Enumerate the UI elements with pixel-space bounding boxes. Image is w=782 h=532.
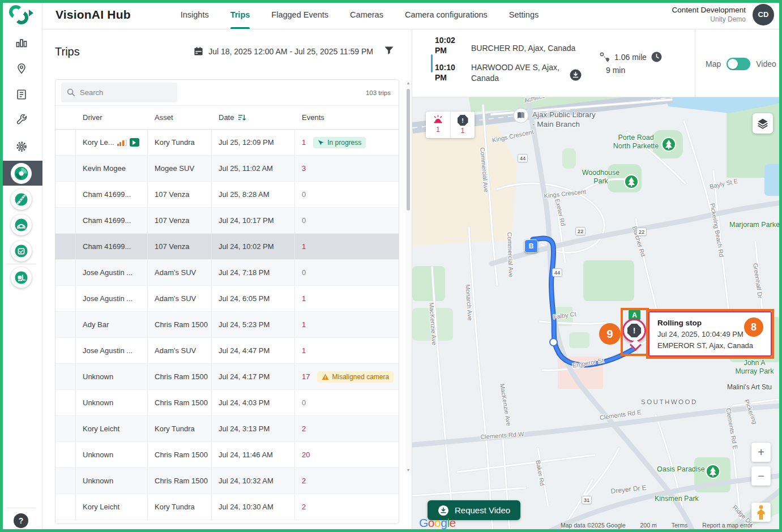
tab-camera-configurations[interactable]: Camera configurations	[405, 0, 488, 29]
table-header: DriverAssetDateEvents	[55, 105, 399, 130]
siren-counter[interactable]: 1	[426, 111, 450, 138]
scroll-thumb[interactable]	[407, 89, 410, 211]
row-spacer-cell	[55, 156, 76, 181]
events-cell: 0	[295, 390, 399, 415]
table-row[interactable]: Kory Le...Kory TundraJul 25, 12:09 PM1In…	[55, 130, 399, 156]
events-cell: 1	[295, 286, 399, 311]
column-header-driver[interactable]: Driver	[76, 106, 148, 129]
table-row[interactable]: Ady BarChris Ram 1500Jul 24, 5:23 PM1	[55, 312, 399, 338]
tab-settings[interactable]: Settings	[509, 0, 539, 29]
trips-card: 103 trips DriverAssetDateEvents Kory Le.…	[55, 79, 399, 524]
zoom-in-button[interactable]: +	[751, 443, 771, 462]
event-counter-chip[interactable]: 1 ! 1	[426, 111, 475, 138]
events-cell: 20	[295, 442, 399, 467]
search-strip: 103 trips	[55, 80, 399, 105]
row-spacer-cell	[55, 494, 76, 520]
table-row[interactable]: UnknownChris Ram 1500Jul 24, 4:17 PM17Mi…	[55, 364, 399, 390]
sidebar-item-bar-chart[interactable]	[15, 36, 28, 49]
column-label: Date	[219, 113, 234, 122]
table-row[interactable]: Cham 41699...107 VenzaJul 24, 10:17 PM0	[55, 208, 399, 234]
sidebar-app-tolls[interactable]	[11, 214, 32, 235]
table-row[interactable]: Kory LeichtKory TundraJul 24, 10:30 AM2	[55, 494, 399, 520]
search-icon	[67, 88, 75, 97]
table-row[interactable]: Jose Agustin ...Adam's SUVJul 24, 4:47 P…	[55, 338, 399, 364]
search-box[interactable]	[61, 83, 177, 102]
asset-cell: Chris Ram 1500	[148, 468, 212, 494]
siren-icon	[433, 115, 443, 125]
table-row[interactable]: Kory LeichtKory TundraJul 24, 3:13 PM2	[55, 416, 399, 442]
sidebar-item-wrench[interactable]	[15, 114, 28, 127]
sidebar-app-roads[interactable]	[11, 189, 32, 210]
event-popup-address: EMPEROR ST, Ajax, Canada	[657, 340, 763, 351]
alert-counter[interactable]: ! 1	[450, 111, 475, 138]
table-row[interactable]: UnknownChris Ram 1500Jul 24, 10:32 AM2	[55, 468, 399, 494]
asset-cell: 107 Venza	[148, 234, 212, 259]
map-layers-button[interactable]	[753, 113, 773, 134]
top-header: VisionAI Hub InsightsTripsFlagged Events…	[42, 0, 782, 29]
tree-poi-icon	[661, 137, 676, 154]
trip-end-time: 10:10 PM	[435, 62, 464, 83]
column-label: Events	[302, 113, 324, 122]
row-spacer-cell	[55, 364, 76, 389]
table-row[interactable]: Jose Agustin ...Adam's SUVJul 24, 6:05 P…	[55, 286, 399, 312]
tab-trips[interactable]: Trips	[230, 0, 250, 29]
trip-duration: 9 min	[606, 66, 625, 75]
asset-cell: Mogee SUV	[148, 156, 212, 181]
driver-name: Cham 41699...	[83, 242, 131, 251]
scroll-down-icon[interactable]: ▼	[405, 468, 411, 472]
column-header-asset[interactable]: Asset	[148, 106, 212, 129]
tab-cameras[interactable]: Cameras	[350, 0, 383, 29]
row-spacer-cell	[55, 416, 76, 441]
download-trip-icon[interactable]	[570, 69, 582, 83]
table-row[interactable]: Cham 41699...107 VenzaJul 25, 8:28 AM0	[55, 182, 399, 208]
sidebar-app-visionai-active[interactable]	[0, 161, 42, 186]
date-range-picker[interactable]: Jul 18, 2025 12:00 AM - Jul 25, 2025 11:…	[194, 46, 373, 56]
column-header-events[interactable]: Events	[295, 106, 399, 129]
terms-link[interactable]: Terms	[672, 522, 688, 529]
map-video-toggle[interactable]	[727, 58, 750, 70]
date-cell: Jul 24, 10:32 AM	[212, 468, 295, 494]
report-error-link[interactable]: Report a map error	[702, 522, 753, 529]
sidebar-item-document[interactable]	[15, 88, 28, 101]
alert-count: 1	[461, 127, 465, 135]
sidebar-item-gear[interactable]	[15, 140, 28, 153]
tab-insights[interactable]: Insights	[181, 0, 209, 29]
sort-desc-icon[interactable]	[238, 114, 246, 122]
app-logo-icon[interactable]	[7, 3, 30, 26]
scroll-up-icon[interactable]: ▲	[405, 81, 411, 85]
trip-start-address: BURCHER RD, Ajax, Canada	[471, 43, 584, 54]
sidebar-item-map-pin[interactable]	[15, 62, 28, 75]
driver-name: Jose Agustin ...	[83, 294, 133, 303]
filter-icon[interactable]	[384, 46, 394, 57]
events-cell: 2	[295, 416, 399, 441]
table-row[interactable]: Kevin MogeeMogee SUVJul 25, 11:02 AM3	[55, 156, 399, 182]
table-row[interactable]: Jose Agustin ...Adam's SUVJul 24, 7:18 P…	[55, 260, 399, 286]
annotation-badge-8: 8	[744, 318, 763, 337]
pegman-button[interactable]	[751, 503, 771, 522]
sidebar-app-packages[interactable]	[11, 241, 32, 261]
events-count: 2	[302, 503, 306, 511]
avatar[interactable]: CD	[753, 4, 774, 25]
zoom-out-button[interactable]: −	[751, 466, 771, 486]
live-play-icon[interactable]	[130, 138, 139, 147]
help-icon[interactable]: ?	[14, 513, 28, 528]
tab-flagged-events[interactable]: Flagged Events	[271, 0, 328, 29]
search-input[interactable]	[80, 88, 170, 97]
alert-octagon-icon: !	[458, 115, 468, 126]
events-cell: 17Misaligned camera	[295, 364, 399, 389]
sidebar-app-forklift[interactable]	[11, 267, 32, 288]
table-row[interactable]: Cham 41699...107 VenzaJul 24, 10:02 PM1	[55, 234, 399, 260]
sidebar-expand-icon[interactable]	[29, 10, 33, 16]
map[interactable]: AchillesAjax Public Library- Main Branch…	[412, 97, 782, 532]
driver-cell: Kory Le...	[76, 130, 148, 155]
trip-end-marker-b[interactable]: B	[524, 239, 538, 253]
table-scrollbar[interactable]: ▲ ▼	[405, 80, 411, 473]
toggle-knob	[728, 59, 738, 69]
sidebar-divider	[7, 508, 36, 508]
table-row[interactable]: UnknownChris Ram 1500Jul 24, 4:03 PM0	[55, 390, 399, 416]
table-row[interactable]: UnknownChris Ram 1500Jul 24, 11:46 AM20	[55, 442, 399, 468]
asset-cell: Chris Ram 1500	[148, 364, 212, 389]
account-area[interactable]: Content Development Unity Demo CD	[672, 4, 774, 25]
date-cell: Jul 24, 4:47 PM	[212, 338, 295, 363]
column-header-date[interactable]: Date	[212, 106, 295, 129]
